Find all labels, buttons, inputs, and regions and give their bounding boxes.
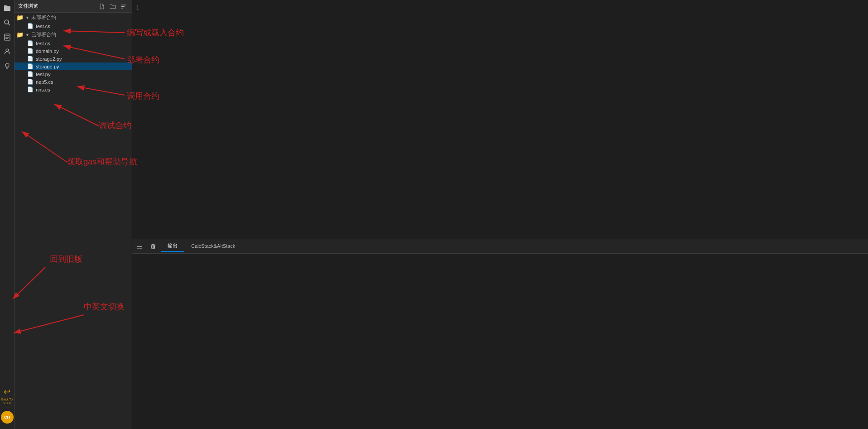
sidebar: 文件浏览 📁 ▼ 未部署合约 📄 test.cs <box>14 0 132 429</box>
section-deployed-label: 已部署合约 <box>31 31 56 38</box>
ch-label: CH <box>4 415 10 419</box>
icon-bar-top <box>1 2 14 385</box>
bottom-panel-tabs: 输出 CalcStack&AltStack <box>132 239 868 254</box>
file-item-storage-py[interactable]: 📄 storage.py <box>14 63 132 70</box>
section-deployed: 📁 ▼ 已部署合约 📄 test.cs 📄 domain.py 📄 storag… <box>14 30 132 93</box>
svg-point-0 <box>5 20 9 24</box>
filename: nns.cs <box>36 87 50 92</box>
new-folder-button[interactable] <box>108 2 117 11</box>
file-item-domain-py[interactable]: 📄 domain.py <box>14 47 132 55</box>
icon-bar-bottom: ↩ Back To V 1.0 CH <box>0 385 14 429</box>
svg-line-1 <box>8 24 10 25</box>
new-file-button[interactable] <box>97 2 106 11</box>
bottom-panel: 输出 CalcStack&AltStack <box>132 239 868 429</box>
icon-files[interactable] <box>1 2 14 14</box>
file-item-nns-cs[interactable]: 📄 nns.cs <box>14 86 132 93</box>
panel-collapse-button[interactable] <box>134 241 145 252</box>
arrow-down: ▼ <box>25 15 29 20</box>
file-icon: 📄 <box>27 87 34 92</box>
back-icon: ↩ <box>4 387 10 397</box>
section-undeployed: 📁 ▼ 未部署合约 📄 test.cs <box>14 13 132 30</box>
file-icon: 📄 <box>27 56 34 62</box>
language-switch-button[interactable]: CH <box>1 411 14 424</box>
icon-help[interactable] <box>1 60 14 72</box>
filename: storage.py <box>36 64 59 69</box>
arrow-down: ▼ <box>25 33 29 37</box>
filename: test.cs <box>36 24 50 29</box>
icon-search[interactable] <box>1 16 14 29</box>
file-icon: 📄 <box>27 23 34 29</box>
main-content: 1 输出 CalcStack&AltStack <box>132 0 868 429</box>
tab-output-label: 输出 <box>168 243 178 248</box>
back-to-button[interactable]: ↩ Back To V 1.0 <box>0 385 14 408</box>
editor-area[interactable]: 1 <box>132 0 868 239</box>
file-item-test-py[interactable]: 📄 test.py <box>14 70 132 78</box>
file-icon: 📄 <box>27 48 34 54</box>
line-1: 1 <box>136 5 139 11</box>
svg-point-6 <box>6 49 9 52</box>
icon-contract[interactable] <box>1 31 14 43</box>
folder-icon: 📁 <box>16 31 24 38</box>
tab-output[interactable]: 输出 <box>161 241 184 252</box>
file-icon: 📄 <box>27 63 34 69</box>
section-undeployed-header[interactable]: 📁 ▼ 未部署合约 <box>14 13 132 22</box>
file-icon: 📄 <box>27 40 34 46</box>
file-item-test-cs[interactable]: 📄 test.cs <box>14 39 132 47</box>
panel-clear-button[interactable] <box>148 241 159 252</box>
file-tree: 📁 ▼ 未部署合约 📄 test.cs 📁 ▼ 已部署合约 📄 test.cs … <box>14 13 132 429</box>
sidebar-header: 文件浏览 <box>14 0 132 13</box>
svg-point-7 <box>5 63 9 67</box>
section-deployed-header[interactable]: 📁 ▼ 已部署合约 <box>14 30 132 39</box>
filename: test.cs <box>36 41 50 46</box>
sidebar-toolbar <box>97 2 128 11</box>
filename: domain.py <box>36 48 59 54</box>
sidebar-title: 文件浏览 <box>18 3 38 10</box>
filename: storage2.py <box>36 56 62 62</box>
file-icon: 📄 <box>27 79 34 85</box>
back-to-label: Back To V 1.0 <box>1 398 14 405</box>
bottom-panel-content <box>132 254 868 429</box>
line-numbers: 1 <box>132 0 143 15</box>
file-item-storage2-py[interactable]: 📄 storage2.py <box>14 55 132 63</box>
section-undeployed-label: 未部署合约 <box>31 14 56 21</box>
tab-calcstack-label: CalcStack&AltStack <box>191 243 235 249</box>
file-icon: 📄 <box>27 71 34 77</box>
tab-calcstack[interactable]: CalcStack&AltStack <box>185 241 241 251</box>
collapse-button[interactable] <box>119 2 128 11</box>
file-item-nep5-cs[interactable]: 📄 nep5.cs <box>14 78 132 86</box>
filename: test.py <box>36 72 50 77</box>
icon-account[interactable] <box>1 45 14 58</box>
folder-icon: 📁 <box>16 14 24 21</box>
icon-bar: ↩ Back To V 1.0 CH <box>0 0 14 429</box>
filename: nep5.cs <box>36 79 53 85</box>
file-item-undeployed-test-cs[interactable]: 📄 test.cs <box>14 22 132 30</box>
